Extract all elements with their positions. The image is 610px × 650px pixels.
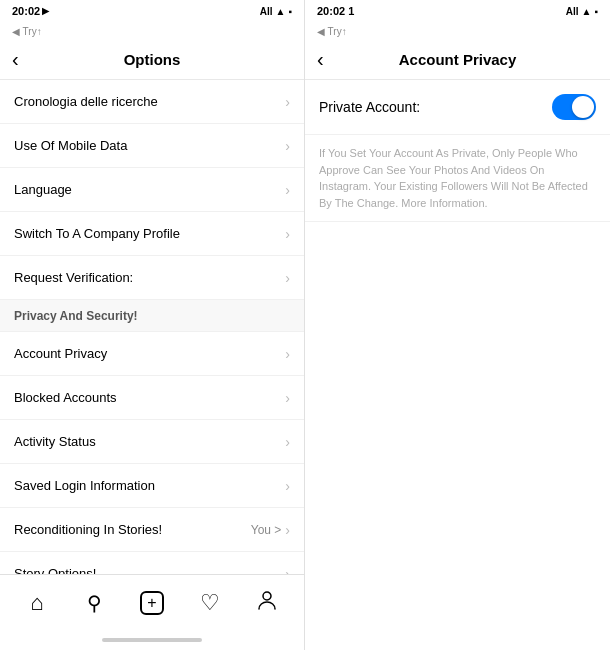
try-bar-right: ◀ Try↑ — [305, 22, 610, 40]
menu-label-10: Reconditioning In Stories! — [14, 522, 162, 537]
private-account-row: Private Account: — [305, 80, 610, 135]
privacy-description: If You Set Your Account As Private, Only… — [305, 135, 610, 222]
menu-label-1: Use Of Mobile Data — [14, 138, 127, 153]
time-right: 20:02 1 — [317, 5, 354, 17]
home-indicator-left — [0, 630, 304, 650]
nav-search[interactable]: ⚲ — [72, 581, 116, 625]
wifi-icon-left: ▲ — [276, 6, 286, 17]
menu-right-2: › — [285, 182, 290, 198]
menu-item-11[interactable]: Story Options!› — [0, 552, 304, 574]
search-icon: ⚲ — [87, 591, 102, 615]
menu-right-7: › — [285, 390, 290, 406]
menu-label-8: Activity Status — [14, 434, 96, 449]
menu-label-7: Blocked Accounts — [14, 390, 117, 405]
chevron-icon-10: › — [285, 522, 290, 538]
menu-item-0[interactable]: Cronologia delle ricerche› — [0, 80, 304, 124]
chevron-icon-0: › — [285, 94, 290, 110]
profile-icon — [256, 589, 278, 616]
menu-item-3[interactable]: Switch To A Company Profile› — [0, 212, 304, 256]
location-icon: ▶ — [42, 6, 49, 16]
wifi-icon-right: ▲ — [582, 6, 592, 17]
status-bar-left: 20:02 ▶ All ▲ ▪ — [0, 0, 304, 22]
chevron-icon-8: › — [285, 434, 290, 450]
private-account-label: Private Account: — [319, 99, 420, 115]
menu-right-0: › — [285, 94, 290, 110]
try-bar-left: ◀ Try↑ — [0, 22, 304, 40]
menu-item-6[interactable]: Account Privacy› — [0, 332, 304, 376]
nav-header-right: ‹ Account Privacy — [305, 40, 610, 80]
nav-likes[interactable]: ♡ — [188, 581, 232, 625]
menu-item-7[interactable]: Blocked Accounts› — [0, 376, 304, 420]
menu-right-10: You >› — [251, 522, 290, 538]
page-title-left: Options — [124, 51, 181, 68]
home-icon: ⌂ — [30, 590, 43, 616]
menu-item-8[interactable]: Activity Status› — [0, 420, 304, 464]
svg-point-0 — [263, 592, 271, 600]
menu-right-9: › — [285, 478, 290, 494]
section-label-5: Privacy And Security! — [14, 309, 138, 323]
menu-label-6: Account Privacy — [14, 346, 107, 361]
menu-list-left: Cronologia delle ricerche›Use Of Mobile … — [0, 80, 304, 574]
chevron-icon-7: › — [285, 390, 290, 406]
nav-add[interactable]: + — [130, 581, 174, 625]
battery-icon-right: ▪ — [594, 6, 598, 17]
back-button-left[interactable]: ‹ — [12, 48, 19, 71]
menu-item-2[interactable]: Language› — [0, 168, 304, 212]
menu-item-10[interactable]: Reconditioning In Stories!You >› — [0, 508, 304, 552]
menu-item-4[interactable]: Request Verification:› — [0, 256, 304, 300]
page-title-right: Account Privacy — [399, 51, 517, 68]
chevron-icon-6: › — [285, 346, 290, 362]
left-panel: 20:02 ▶ All ▲ ▪ ◀ Try↑ ‹ Options Cronolo… — [0, 0, 305, 650]
network-right: All — [566, 6, 579, 17]
nav-profile[interactable] — [245, 581, 289, 625]
menu-label-11: Story Options! — [14, 566, 96, 574]
back-button-right[interactable]: ‹ — [317, 48, 324, 71]
heart-icon: ♡ — [200, 590, 220, 616]
chevron-icon-2: › — [285, 182, 290, 198]
nav-home[interactable]: ⌂ — [15, 581, 59, 625]
chevron-icon-1: › — [285, 138, 290, 154]
status-bar-right: 20:02 1 All ▲ ▪ — [305, 0, 610, 22]
battery-icon-left: ▪ — [288, 6, 292, 17]
add-icon: + — [140, 591, 164, 615]
menu-label-0: Cronologia delle ricerche — [14, 94, 158, 109]
menu-right-4: › — [285, 270, 290, 286]
menu-right-8: › — [285, 434, 290, 450]
network-left: All — [260, 6, 273, 17]
menu-item-9[interactable]: Saved Login Information› — [0, 464, 304, 508]
menu-right-6: › — [285, 346, 290, 362]
menu-label-3: Switch To A Company Profile — [14, 226, 180, 241]
chevron-icon-4: › — [285, 270, 290, 286]
chevron-icon-3: › — [285, 226, 290, 242]
menu-label-2: Language — [14, 182, 72, 197]
menu-item-1[interactable]: Use Of Mobile Data› — [0, 124, 304, 168]
private-account-toggle[interactable] — [552, 94, 596, 120]
chevron-icon-9: › — [285, 478, 290, 494]
menu-label-4: Request Verification: — [14, 270, 133, 285]
menu-right-3: › — [285, 226, 290, 242]
right-panel: 20:02 1 All ▲ ▪ ◀ Try↑ ‹ Account Privacy… — [305, 0, 610, 650]
nav-header-left: ‹ Options — [0, 40, 304, 80]
time-left: 20:02 — [12, 5, 40, 17]
menu-label-9: Saved Login Information — [14, 478, 155, 493]
section-header-5: Privacy And Security! — [0, 300, 304, 332]
menu-right-11: › — [285, 566, 290, 575]
menu-right-text-10: You > — [251, 523, 282, 537]
bottom-nav-left: ⌂ ⚲ + ♡ — [0, 574, 304, 630]
menu-right-1: › — [285, 138, 290, 154]
chevron-icon-11: › — [285, 566, 290, 575]
